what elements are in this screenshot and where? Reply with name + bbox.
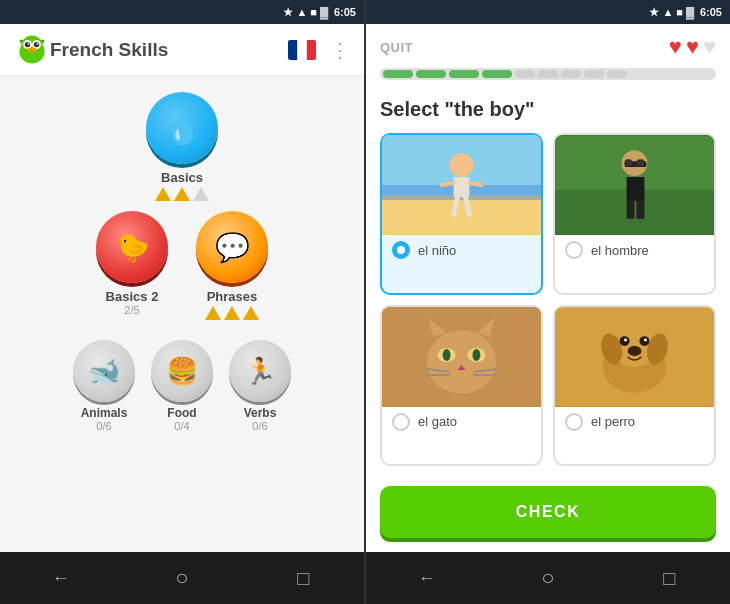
bluetooth-icon: ★ [283, 6, 293, 19]
choice-label-row-perro: el perro [555, 407, 714, 437]
skill-name-basics: Basics [161, 170, 203, 185]
triangle-3 [193, 187, 209, 201]
quiz-header: QUIT ♥ ♥ ♥ [366, 24, 730, 88]
skill-phrases[interactable]: 💬 Phrases [196, 211, 268, 320]
heart-2: ♥ [686, 34, 699, 60]
duolingo-logo [14, 32, 50, 68]
progress-food: 0/4 [174, 420, 189, 432]
seg-6 [538, 70, 558, 78]
svg-rect-10 [382, 195, 541, 235]
seg-9 [607, 70, 627, 78]
choice-text-nino: el niño [418, 243, 456, 258]
choice-img-nino [382, 135, 541, 235]
right-nav-home[interactable] [534, 564, 562, 592]
left-nav-recent[interactable] [289, 564, 317, 592]
r-wifi-icon: ▲ [662, 6, 673, 18]
progress-verbs: 0/6 [252, 420, 267, 432]
menu-button[interactable]: ⋮ [330, 38, 350, 62]
seg-4 [482, 70, 512, 78]
r-signal-icon: ■ [676, 6, 683, 18]
left-nav-bar [0, 552, 364, 604]
skill-name-basics2: Basics 2 [106, 289, 159, 304]
svg-point-47 [624, 338, 627, 341]
triangle-1 [155, 187, 171, 201]
left-status-bar: ★ ▲ ■ ▓ 6:05 [0, 0, 364, 24]
choice-text-gato: el gato [418, 414, 457, 429]
skill-progress-basics [155, 187, 209, 201]
right-phone: ★ ▲ ■ ▓ 6:05 QUIT ♥ ♥ ♥ [366, 0, 730, 604]
choice-text-hombre: el hombre [591, 243, 649, 258]
radio-gato [392, 413, 410, 431]
radio-perro [565, 413, 583, 431]
check-button[interactable]: CHECK [380, 486, 716, 538]
left-time: 6:05 [334, 6, 356, 18]
svg-rect-25 [627, 201, 635, 219]
signal-icon: ■ [310, 6, 317, 18]
skill-animals[interactable]: 🐋 Animals 0/6 [73, 340, 135, 432]
seg-7 [561, 70, 581, 78]
check-btn-container: CHECK [366, 476, 730, 552]
skill-icon-phrases: 💬 [215, 231, 250, 264]
name-food: Food [167, 406, 196, 420]
skill-food[interactable]: 🍔 Food 0/4 [151, 340, 213, 432]
skill-name-phrases: Phrases [207, 289, 258, 304]
r-battery-icon: ▓ [686, 6, 694, 18]
skill-progress-basics2: 2/5 [124, 304, 139, 316]
svg-rect-26 [636, 201, 644, 219]
svg-line-15 [469, 183, 481, 185]
right-status-icons: ★ ▲ ■ ▓ [649, 6, 694, 19]
seg-1 [383, 70, 413, 78]
choice-label-row-gato: el gato [382, 407, 541, 437]
svg-point-5 [34, 41, 39, 46]
hearts-container: ♥ ♥ ♥ [669, 34, 716, 60]
svg-point-28 [427, 330, 497, 394]
choice-img-perro [555, 307, 714, 407]
choices-grid: el niño [366, 129, 730, 476]
svg-rect-22 [625, 159, 633, 166]
right-nav-recent[interactable] [655, 564, 683, 592]
bubble-food: 🍔 [151, 340, 213, 402]
quiz-question: Select "the boy" [366, 88, 730, 129]
skills-list: 💧 Basics 🐤 Basics 2 2/5 💬 [0, 76, 364, 552]
left-nav-home[interactable] [168, 564, 196, 592]
skills-row-3: 🐋 Animals 0/6 🍔 Food 0/4 🏃 Verbs 0/6 [73, 340, 291, 432]
tri-p1 [205, 306, 221, 320]
seg-5 [515, 70, 535, 78]
radio-dot-nino [397, 246, 405, 254]
svg-rect-13 [454, 177, 470, 197]
bubble-animals: 🐋 [73, 340, 135, 402]
triangle-2 [174, 187, 190, 201]
seg-3 [449, 70, 479, 78]
skills-row-2: 🐤 Basics 2 2/5 💬 Phrases [96, 211, 268, 330]
skill-verbs[interactable]: 🏃 Verbs 0/6 [229, 340, 291, 432]
flag-blue [288, 40, 297, 60]
app-title: French Skills [50, 39, 288, 61]
left-nav-back[interactable] [47, 564, 75, 592]
icon-animals: 🐋 [88, 356, 120, 387]
left-phone: ★ ▲ ■ ▓ 6:05 French Skills [0, 0, 364, 604]
svg-point-7 [37, 42, 39, 44]
left-status-icons: ★ ▲ ■ ▓ [283, 6, 328, 19]
svg-point-33 [443, 349, 451, 361]
battery-icon: ▓ [320, 6, 328, 18]
skill-progress-phrases [205, 306, 259, 320]
choice-hombre[interactable]: el hombre [553, 133, 716, 295]
choice-nino[interactable]: el niño [380, 133, 543, 295]
quit-button[interactable]: QUIT [380, 40, 413, 55]
skill-icon-basics: 💧 [164, 111, 201, 146]
svg-rect-23 [636, 159, 644, 166]
skill-basics2[interactable]: 🐤 Basics 2 2/5 [96, 211, 168, 320]
choice-gato[interactable]: el gato [380, 305, 543, 467]
seg-2 [416, 70, 446, 78]
choice-img-gato [382, 307, 541, 407]
right-nav-back[interactable] [413, 564, 441, 592]
svg-point-6 [28, 42, 30, 44]
seg-8 [584, 70, 604, 78]
heart-1: ♥ [669, 34, 682, 60]
svg-point-12 [450, 153, 474, 177]
choice-perro[interactable]: el perro [553, 305, 716, 467]
choice-text-perro: el perro [591, 414, 635, 429]
skill-basics[interactable]: 💧 Basics [146, 92, 218, 201]
right-status-bar: ★ ▲ ■ ▓ 6:05 [366, 0, 730, 24]
svg-point-34 [472, 349, 480, 361]
